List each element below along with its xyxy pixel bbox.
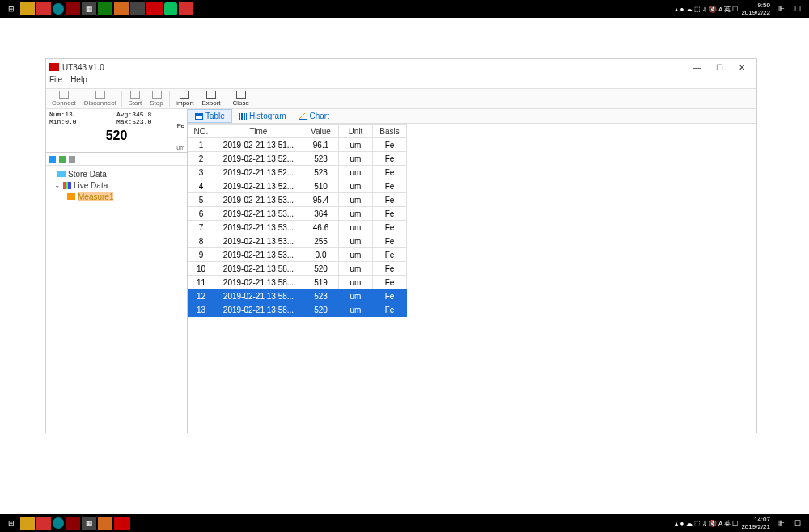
table-row[interactable]: 62019-02-21 13:53...364umFe: [188, 207, 407, 221]
cell-no: 9: [188, 248, 214, 262]
cell-basis: Fe: [373, 262, 407, 276]
calc-icon[interactable]: ▦: [82, 2, 96, 15]
cell-value: 523: [303, 289, 339, 303]
table-row[interactable]: 72019-02-21 13:53...46.6umFe: [188, 221, 407, 234]
taskbar-clock[interactable]: 9:50 2019/2/22: [738, 2, 773, 16]
cell-unit: um: [339, 234, 373, 248]
maximize-button[interactable]: ☐: [708, 60, 731, 74]
explorer-icon[interactable]: [20, 2, 35, 15]
cell-basis: Fe: [373, 234, 407, 248]
app-icon-b3[interactable]: [66, 517, 80, 530]
cell-unit: um: [339, 303, 373, 317]
table-row[interactable]: 112019-02-21 13:58...519umFe: [188, 276, 407, 289]
menu-file[interactable]: File: [49, 75, 62, 88]
cell-basis: Fe: [373, 166, 407, 179]
cell-unit: um: [339, 289, 373, 303]
tree-tool-3[interactable]: [69, 156, 75, 163]
windows-taskbar-bottom: ⊞ ▦ ▴ ● ☁ ⬚ ♫ 🔇 A 英 ☐ 14:07 2019/2/21 ⊪ …: [0, 514, 809, 532]
table-row[interactable]: 32019-02-21 13:52...523umFe: [188, 166, 407, 179]
app-icon-1[interactable]: [36, 2, 51, 15]
cell-time: 2019-02-21 13:52...: [214, 166, 303, 179]
wechat-icon[interactable]: [164, 2, 177, 15]
tree-measure1[interactable]: Measure1: [49, 191, 184, 202]
basis-indicator: Fe: [177, 122, 184, 129]
cell-unit: um: [339, 166, 373, 179]
ppt-icon-b[interactable]: [98, 517, 112, 530]
table-row[interactable]: 52019-02-21 13:53...95.4umFe: [188, 193, 407, 207]
windows-taskbar-top: ⊞ ▦ ▴ ● ☁ ⬚ ♫ 🔇 A 英 ☐ 9:50 2019/2/22 ⊪ ☐: [0, 0, 809, 18]
notification-icon[interactable]: ☐: [790, 2, 805, 15]
table-row[interactable]: 132019-02-21 13:58...520umFe: [188, 303, 407, 317]
uni-t-icon[interactable]: [146, 2, 163, 15]
cell-no: 4: [188, 179, 214, 193]
disconnect-button[interactable]: Disconnect: [80, 90, 121, 108]
col-basis[interactable]: Basis: [373, 125, 407, 138]
col-time[interactable]: Time: [214, 125, 303, 138]
tree-tool-2[interactable]: [59, 156, 66, 163]
cell-no: 2: [188, 152, 214, 166]
col-unit[interactable]: Unit: [339, 125, 373, 138]
system-tray[interactable]: ▴ ● ☁ ⬚ ♫ 🔇 A 英 ☐: [675, 5, 738, 14]
titlebar[interactable]: UT343 v1.0 — ☐ ✕: [46, 59, 756, 75]
tab-table[interactable]: Table: [188, 109, 232, 123]
system-tray-b[interactable]: ▴ ● ☁ ⬚ ♫ 🔇 A 英 ☐: [675, 519, 738, 528]
tree-toolbar: [46, 153, 187, 166]
col-no[interactable]: NO.: [188, 125, 214, 138]
table-row[interactable]: 42019-02-21 13:52...510umFe: [188, 179, 407, 193]
calc-icon-b[interactable]: ▦: [82, 517, 96, 530]
tree-store-data[interactable]: Store Data: [49, 168, 184, 179]
cell-unit: um: [339, 248, 373, 262]
collapse-icon[interactable]: ⌄: [54, 181, 61, 189]
cell-time: 2019-02-21 13:53...: [214, 234, 303, 248]
export-button[interactable]: Export: [197, 90, 224, 108]
menu-help[interactable]: Help: [70, 75, 87, 88]
minimize-button[interactable]: —: [685, 60, 708, 74]
app-icon-b2[interactable]: [53, 517, 64, 529]
app-icon-3[interactable]: [66, 2, 80, 15]
tree-live-data[interactable]: ⌄ Live Data: [49, 179, 184, 191]
app-window: UT343 v1.0 — ☐ ✕ File Help Connect Disco…: [45, 58, 757, 433]
close-button[interactable]: ✕: [731, 60, 753, 74]
ppt-icon[interactable]: [114, 2, 129, 15]
app-icon-4[interactable]: [130, 2, 145, 15]
table-row[interactable]: 102019-02-21 13:58...520umFe: [188, 262, 407, 276]
col-value[interactable]: Value: [303, 125, 339, 138]
excel-icon[interactable]: [98, 2, 112, 15]
table-row[interactable]: 82019-02-21 13:53...255umFe: [188, 234, 407, 248]
import-button[interactable]: Import: [172, 90, 198, 108]
cell-value: 519: [303, 276, 339, 289]
cell-value: 523: [303, 152, 339, 166]
chart-icon: [299, 113, 307, 120]
uni-t-icon-b[interactable]: [114, 517, 130, 530]
cell-basis: Fe: [373, 138, 407, 152]
pdf-icon[interactable]: [179, 2, 193, 15]
table-row[interactable]: 22019-02-21 13:52...523umFe: [188, 152, 407, 166]
data-tree: Store Data ⌄ Live Data Measure1: [46, 166, 187, 433]
notification-icon-b[interactable]: ☐: [790, 517, 805, 530]
start-button[interactable]: Start: [124, 90, 146, 108]
connect-button[interactable]: Connect: [48, 90, 80, 108]
explorer-icon-b[interactable]: [20, 517, 35, 530]
table-row[interactable]: 92019-02-21 13:53...0.0umFe: [188, 248, 407, 262]
tray-extra-icon[interactable]: ⊪: [774, 2, 789, 15]
cell-time: 2019-02-21 13:53...: [214, 248, 303, 262]
stop-button[interactable]: Stop: [146, 90, 167, 108]
app-icon-2[interactable]: [53, 3, 64, 15]
app-icon-b1[interactable]: [36, 517, 51, 530]
tray-extra-icon-b[interactable]: ⊪: [774, 517, 789, 530]
tree-tool-1[interactable]: [49, 156, 56, 163]
table-row[interactable]: 122019-02-21 13:58...523umFe: [188, 289, 407, 303]
right-pane: Table Histogram Chart NO. Time Value Uni…: [188, 109, 756, 433]
cell-basis: Fe: [373, 152, 407, 166]
start-icon-b[interactable]: ⊞: [4, 517, 19, 530]
cell-time: 2019-02-21 13:52...: [214, 179, 303, 193]
close-tool-button[interactable]: Close: [229, 90, 253, 108]
menubar: File Help: [46, 75, 756, 88]
tab-histogram[interactable]: Histogram: [232, 109, 293, 123]
cell-unit: um: [339, 193, 373, 207]
taskbar-clock-b[interactable]: 14:07 2019/2/21: [738, 516, 773, 530]
data-table: NO. Time Value Unit Basis 12019-02-21 13…: [188, 124, 407, 317]
table-row[interactable]: 12019-02-21 13:51...96.1umFe: [188, 138, 407, 152]
tab-chart[interactable]: Chart: [292, 109, 335, 123]
start-icon[interactable]: ⊞: [4, 2, 19, 15]
